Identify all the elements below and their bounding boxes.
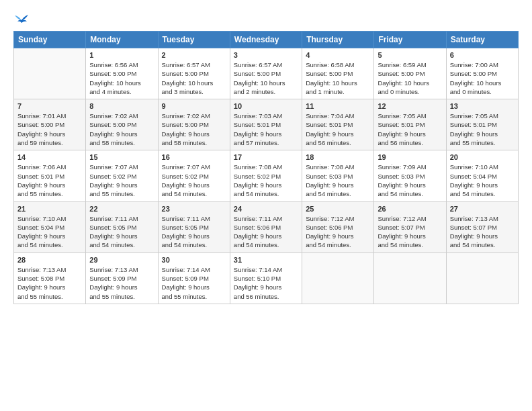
day-number: 21 [17,205,82,213]
day-info: Sunrise: 7:02 AMSunset: 5:00 PMDaylight:… [162,111,226,147]
day-number: 10 [234,102,298,110]
day-number: 23 [162,205,226,213]
day-info: Sunrise: 7:13 AMSunset: 5:08 PMDaylight:… [17,265,82,301]
day-info: Sunrise: 7:06 AMSunset: 5:01 PMDaylight:… [17,163,82,198]
calendar-cell: 1Sunrise: 6:56 AMSunset: 5:00 PMDaylight… [86,48,158,99]
calendar-cell: 2Sunrise: 6:57 AMSunset: 5:00 PMDaylight… [158,48,230,99]
day-number: 29 [89,256,154,264]
day-number: 27 [450,205,515,213]
calendar-cell: 14Sunrise: 7:06 AMSunset: 5:01 PMDayligh… [14,150,86,201]
day-info: Sunrise: 7:05 AMSunset: 5:01 PMDaylight:… [450,111,515,147]
day-info: Sunrise: 7:14 AMSunset: 5:10 PMDaylight:… [234,265,298,301]
day-number: 4 [306,51,370,59]
day-number: 26 [378,205,442,213]
calendar-cell: 6Sunrise: 7:00 AMSunset: 5:00 PMDaylight… [446,48,518,99]
day-info: Sunrise: 7:10 AMSunset: 5:04 PMDaylight:… [450,163,515,198]
day-info: Sunrise: 7:09 AMSunset: 5:03 PMDaylight:… [378,163,442,198]
day-header-thursday: Thursday [302,32,374,48]
day-info: Sunrise: 7:08 AMSunset: 5:02 PMDaylight:… [234,163,298,198]
day-number: 25 [306,205,370,213]
day-info: Sunrise: 6:59 AMSunset: 5:00 PMDaylight:… [378,60,442,96]
calendar-cell: 20Sunrise: 7:10 AMSunset: 5:04 PMDayligh… [446,150,518,201]
day-number: 14 [17,153,82,161]
day-info: Sunrise: 7:13 AMSunset: 5:07 PMDaylight:… [450,214,515,250]
day-info: Sunrise: 6:57 AMSunset: 5:00 PMDaylight:… [162,60,226,96]
calendar-week-row: 28Sunrise: 7:13 AMSunset: 5:08 PMDayligh… [14,253,519,304]
calendar-cell: 19Sunrise: 7:09 AMSunset: 5:03 PMDayligh… [374,150,446,201]
calendar-week-row: 14Sunrise: 7:06 AMSunset: 5:01 PMDayligh… [14,150,519,201]
calendar-cell: 23Sunrise: 7:11 AMSunset: 5:05 PMDayligh… [158,201,230,253]
day-info: Sunrise: 7:03 AMSunset: 5:01 PMDaylight:… [234,111,298,147]
calendar-cell: 30Sunrise: 7:14 AMSunset: 5:09 PMDayligh… [158,253,230,304]
logo-bird-icon [15,15,28,26]
day-header-friday: Friday [374,32,446,48]
day-number: 9 [162,102,226,110]
day-info: Sunrise: 7:12 AMSunset: 5:06 PMDaylight:… [306,214,370,250]
day-info: Sunrise: 7:01 AMSunset: 5:00 PMDaylight:… [17,111,82,147]
day-number: 17 [234,153,298,161]
calendar-cell: 11Sunrise: 7:04 AMSunset: 5:01 PMDayligh… [302,99,374,150]
calendar-cell: 24Sunrise: 7:11 AMSunset: 5:06 PMDayligh… [230,201,302,253]
day-number: 28 [17,256,82,264]
day-header-saturday: Saturday [446,32,518,48]
calendar-cell: 22Sunrise: 7:11 AMSunset: 5:05 PMDayligh… [86,201,158,253]
calendar-table: SundayMondayTuesdayWednesdayThursdayFrid… [13,31,519,304]
day-number: 3 [234,51,298,59]
day-number: 8 [89,102,154,110]
calendar-header-row: SundayMondayTuesdayWednesdayThursdayFrid… [14,32,519,48]
calendar-cell: 3Sunrise: 6:57 AMSunset: 5:00 PMDaylight… [230,48,302,99]
day-info: Sunrise: 6:56 AMSunset: 5:00 PMDaylight:… [89,60,154,96]
day-number: 24 [234,205,298,213]
day-info: Sunrise: 7:05 AMSunset: 5:01 PMDaylight:… [378,111,442,147]
day-number: 5 [378,51,442,59]
calendar-cell: 31Sunrise: 7:14 AMSunset: 5:10 PMDayligh… [230,253,302,304]
day-number: 16 [162,153,226,161]
day-info: Sunrise: 6:57 AMSunset: 5:00 PMDaylight:… [234,60,298,96]
calendar-week-row: 1Sunrise: 6:56 AMSunset: 5:00 PMDaylight… [14,48,519,99]
calendar-cell: 28Sunrise: 7:13 AMSunset: 5:08 PMDayligh… [14,253,86,304]
day-info: Sunrise: 7:02 AMSunset: 5:00 PMDaylight:… [89,111,154,147]
day-number: 7 [17,102,82,110]
day-number: 13 [450,102,515,110]
header [13,12,519,24]
calendar-cell: 9Sunrise: 7:02 AMSunset: 5:00 PMDaylight… [158,99,230,150]
calendar-cell: 5Sunrise: 6:59 AMSunset: 5:00 PMDaylight… [374,48,446,99]
day-info: Sunrise: 7:08 AMSunset: 5:03 PMDaylight:… [306,163,370,198]
day-number: 11 [306,102,370,110]
calendar-cell: 17Sunrise: 7:08 AMSunset: 5:02 PMDayligh… [230,150,302,201]
calendar-cell: 12Sunrise: 7:05 AMSunset: 5:01 PMDayligh… [374,99,446,150]
day-info: Sunrise: 7:11 AMSunset: 5:05 PMDaylight:… [89,214,154,250]
calendar-cell: 4Sunrise: 6:58 AMSunset: 5:00 PMDaylight… [302,48,374,99]
logo [13,15,28,24]
day-number: 2 [162,51,226,59]
day-number: 20 [450,153,515,161]
day-number: 31 [234,256,298,264]
calendar-cell: 7Sunrise: 7:01 AMSunset: 5:00 PMDaylight… [14,99,86,150]
day-info: Sunrise: 6:58 AMSunset: 5:00 PMDaylight:… [306,60,370,96]
day-number: 12 [378,102,442,110]
day-info: Sunrise: 7:07 AMSunset: 5:02 PMDaylight:… [89,163,154,198]
calendar-cell [374,253,446,304]
calendar-cell: 29Sunrise: 7:13 AMSunset: 5:09 PMDayligh… [86,253,158,304]
day-info: Sunrise: 7:04 AMSunset: 5:01 PMDaylight:… [306,111,370,147]
calendar-cell: 10Sunrise: 7:03 AMSunset: 5:01 PMDayligh… [230,99,302,150]
day-info: Sunrise: 7:11 AMSunset: 5:05 PMDaylight:… [162,214,226,250]
day-number: 1 [89,51,154,59]
day-info: Sunrise: 7:10 AMSunset: 5:04 PMDaylight:… [17,214,82,250]
day-number: 15 [89,153,154,161]
day-info: Sunrise: 7:07 AMSunset: 5:02 PMDaylight:… [162,163,226,198]
day-info: Sunrise: 7:14 AMSunset: 5:09 PMDaylight:… [162,265,226,301]
day-number: 6 [450,51,515,59]
day-number: 30 [162,256,226,264]
calendar-cell: 21Sunrise: 7:10 AMSunset: 5:04 PMDayligh… [14,201,86,253]
day-number: 22 [89,205,154,213]
day-header-wednesday: Wednesday [230,32,302,48]
calendar-cell: 8Sunrise: 7:02 AMSunset: 5:00 PMDaylight… [86,99,158,150]
calendar-cell [14,48,86,99]
calendar-cell: 25Sunrise: 7:12 AMSunset: 5:06 PMDayligh… [302,201,374,253]
page: SundayMondayTuesdayWednesdayThursdayFrid… [0,0,532,411]
calendar-cell: 13Sunrise: 7:05 AMSunset: 5:01 PMDayligh… [446,99,518,150]
calendar-cell: 18Sunrise: 7:08 AMSunset: 5:03 PMDayligh… [302,150,374,201]
day-info: Sunrise: 7:12 AMSunset: 5:07 PMDaylight:… [378,214,442,250]
calendar-cell [446,253,518,304]
